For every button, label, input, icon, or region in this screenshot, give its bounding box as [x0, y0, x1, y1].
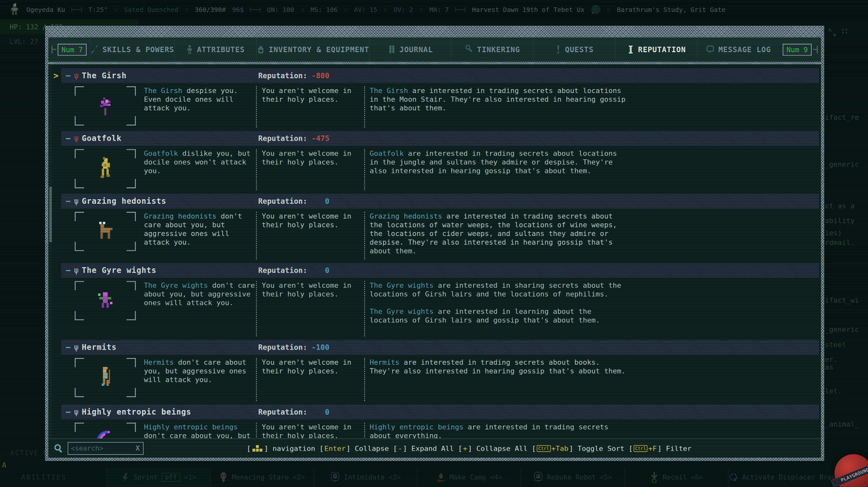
- faction-detail: Goatfolk dislike you, but docile ones wo…: [61, 146, 819, 192]
- tab-journal[interactable]: JOURNAL: [369, 37, 452, 62]
- tab-reputation[interactable]: REPUTATION: [615, 37, 698, 62]
- collapse-toggle[interactable]: −: [66, 265, 71, 275]
- tab-attributes[interactable]: ATTRIBUTES: [174, 37, 256, 62]
- skull-icon: [219, 472, 228, 483]
- faction-row-gyre-wights: − ψ The Gyre wights Reputation: 0: [61, 263, 819, 338]
- collapse-toggle[interactable]: −: [66, 134, 71, 143]
- log-fragment: ifact_re: [825, 113, 859, 121]
- collapse-toggle[interactable]: −: [66, 71, 71, 80]
- grip-dots-icon: [842, 28, 848, 37]
- window-controls: [828, 28, 848, 37]
- ability-make-camp[interactable]: Make Camp <4>: [417, 467, 521, 487]
- clear-search-button[interactable]: X: [135, 445, 143, 452]
- hint-enter: [Enter]: [319, 445, 351, 453]
- carry-weight: 360/390#: [195, 6, 226, 13]
- faction-sprite-goatfolk: [98, 157, 112, 180]
- reputation-label: Reputation:: [258, 343, 307, 352]
- scrollbar-track[interactable]: [49, 66, 52, 437]
- sword-icon: [90, 45, 98, 55]
- selection-cursor: >: [54, 71, 59, 80]
- money: 96$: [232, 6, 244, 13]
- faction-sprite-girsh: [97, 95, 114, 117]
- faction-row-the-girsh: − ψ The Girsh Reputation: -800: [61, 68, 819, 129]
- faction-header[interactable]: − ψ The Girsh Reputation: -800: [61, 68, 819, 83]
- faction-interests: The Girsh are interested in trading secr…: [365, 86, 627, 129]
- separator-icon: ∷: [607, 6, 611, 13]
- prev-tab-badge[interactable]: Num 7: [52, 44, 87, 56]
- log-fragment: _animal_: [825, 420, 859, 428]
- stat-ma: MA: 7: [430, 6, 449, 13]
- faction-header[interactable]: − ψ Hermits Reputation: -100: [61, 340, 819, 355]
- quests-icon: [555, 45, 561, 55]
- faction-sprite-gyre-wight: [97, 291, 114, 311]
- faction-icon: ψ: [74, 344, 79, 351]
- log-fragment: er.: [825, 355, 838, 363]
- faction-name: Hermits: [82, 343, 117, 352]
- faction-icon: ψ: [74, 266, 79, 274]
- navpad-icon: [252, 445, 262, 452]
- hint-ctrl-f: [Ctrl+F]: [628, 445, 662, 453]
- tab-skills-powers[interactable]: SKILLS & POWERS: [90, 37, 174, 62]
- faction-row-hermits: − ψ Hermits Reputation: -100: [61, 340, 819, 402]
- separator-icon: ∷: [420, 6, 423, 13]
- faction-name: The Gyre wights: [82, 266, 156, 275]
- hint-navigation: [ ]: [247, 445, 269, 453]
- hint-expand-all-label: Expand All: [411, 445, 454, 453]
- collapse-toggle[interactable]: −: [66, 343, 71, 352]
- faction-portrait: [75, 149, 136, 188]
- faction-header[interactable]: − ψ Highly entropic beings Reputation: 0: [61, 404, 819, 419]
- faction-detail: Hermits don't care about you, but aggres…: [61, 355, 819, 402]
- tab-bar: Num 7 SKILLS & POWERS ATTRIBUTES: [48, 37, 821, 62]
- ability-recoil[interactable]: Recoil <6>: [624, 467, 728, 487]
- message-log-icon: [706, 45, 714, 55]
- log-fragment: ies): [825, 229, 842, 237]
- reputation-value: 0: [310, 408, 329, 416]
- reputation-value: 0: [310, 197, 329, 205]
- faction-feeling: The Gyre wights don't care about you, bu…: [144, 281, 256, 338]
- faction-sprite-hermit: [98, 366, 112, 389]
- tab-tinkering[interactable]: TINKERING: [451, 37, 533, 62]
- faction-detail: Grazing hedonists don't care about you, …: [61, 208, 819, 261]
- tab-message-log[interactable]: MESSAGE LOG: [698, 37, 779, 62]
- faction-portrait: [75, 423, 136, 439]
- watermark-label: PLAYGROUND: [831, 462, 868, 487]
- tab-quests[interactable]: QUESTS: [533, 37, 615, 62]
- faction-row-goatfolk: − ψ Goatfolk Reputation: -475: [61, 131, 819, 192]
- faction-portrait: [75, 358, 136, 397]
- log-fragment: ct as a: [825, 202, 855, 210]
- robot-bubble-icon: [533, 472, 543, 483]
- faction-holy: You aren't welcome in their holy places.: [257, 281, 364, 338]
- location: Barathrum's Study, Grit Gate: [617, 6, 725, 13]
- faction-header[interactable]: − ψ Goatfolk Reputation: -475: [61, 131, 819, 146]
- divider-icon: [455, 7, 466, 12]
- scrollbar-thumb[interactable]: [49, 187, 52, 242]
- collapse-toggle[interactable]: −: [66, 196, 71, 206]
- search-input[interactable]: [68, 445, 135, 452]
- log-fragment: rdmail.: [825, 238, 855, 247]
- next-tab-badge[interactable]: Num 9: [783, 44, 818, 56]
- intimidate-skull-bubble-icon: [330, 472, 340, 483]
- player-name: Ogeyeda Ku: [26, 6, 65, 13]
- separator-icon: ∷: [185, 6, 188, 13]
- faction-feeling: Hermits don't care about you, but aggres…: [144, 358, 256, 402]
- search-box[interactable]: X: [68, 442, 144, 455]
- tinkering-icon: [465, 45, 473, 55]
- ability-menacing-stare[interactable]: Menacing Stare <2>: [210, 467, 314, 487]
- tab-inventory-equipment[interactable]: INVENTORY & EQUIPMENT: [256, 37, 369, 62]
- ability-rebuke-robot[interactable]: Rebuke Robot <5>: [521, 467, 624, 487]
- log-fragment: ability: [825, 217, 855, 225]
- hint-toggle-sort-label: Toggle Sort: [578, 445, 625, 453]
- log-fragment: _generic: [825, 325, 859, 333]
- sprint-state: off: [162, 473, 180, 482]
- ability-sprint[interactable]: Sprint off <1>: [106, 467, 210, 487]
- game-date: Harvest Dawn 19th of Tebet Ux: [472, 6, 584, 13]
- faction-portrait: [75, 281, 136, 320]
- faction-interests: Highly entropic beings are interested in…: [365, 423, 627, 439]
- collapse-toggle[interactable]: −: [66, 407, 71, 417]
- stat-av: AV: 15: [354, 6, 377, 13]
- faction-sprite-entropic-spiral: [94, 429, 117, 439]
- faction-header[interactable]: − ψ The Gyre wights Reputation: 0: [61, 263, 819, 278]
- ability-intimidate[interactable]: Intimidate <3>: [314, 467, 417, 487]
- faction-header[interactable]: − ψ Grazing hedonists Reputation: 0: [61, 194, 819, 208]
- hunger-thirst-status: Sated Quenched: [124, 6, 178, 13]
